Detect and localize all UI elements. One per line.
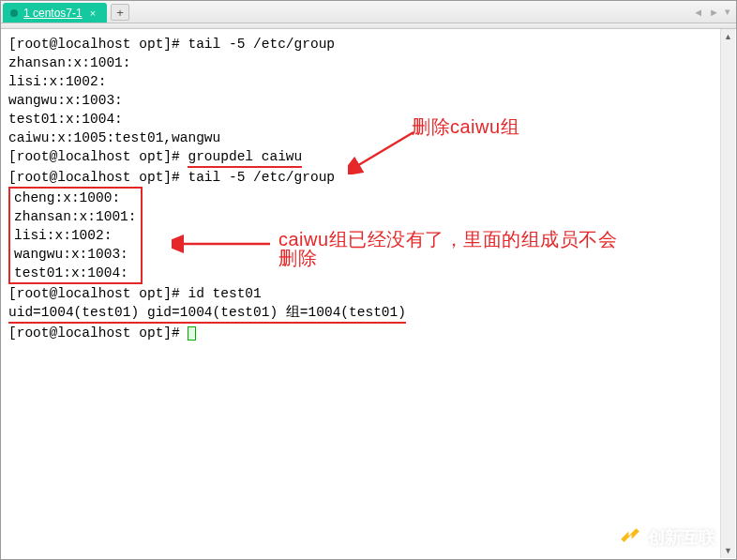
tab-label: 1 centos7-1 [23,7,83,20]
terminal-line: wangwu:x:1003: [8,91,729,110]
highlighted-command: groupdel caiwu [188,147,302,168]
add-tab-button[interactable]: + [111,4,129,21]
terminal-line: test01:x:1004: [14,264,137,282]
terminal-line: [root@localhost opt]# id test01 [8,284,729,303]
annotation-arrow-icon [172,232,275,256]
nav-menu-icon[interactable]: ▾ [723,4,732,20]
terminal-line: [root@localhost opt]# tail -5 /etc/group [8,35,729,53]
watermark: 创新互联 [618,525,715,550]
scroll-up-icon[interactable]: ▲ [721,29,735,44]
nav-left-icon[interactable]: ◄ [691,5,705,20]
watermark-logo-icon [618,525,642,550]
annotation-block: caiwu组已经没有了，里面的组成员不会 删除 [278,230,617,267]
tab-bar: 1 centos7-1 × + ◄ ► ▾ [1,1,736,23]
output-highlight-box: cheng:x:1000: zhansan:x:1001: lisi:x:100… [8,187,143,284]
tab-nav: ◄ ► ▾ [691,1,732,23]
terminal-line: zhansan:x:1001: [8,53,729,72]
terminal-line: lisi:x:1002: [8,72,729,91]
terminal-line: test01:x:1004: [8,110,729,129]
annotation-text: 删除 [278,249,617,267]
close-icon[interactable]: × [88,8,98,19]
terminal-prompt-line: [root@localhost opt]# [8,324,729,342]
annotation-text: caiwu组已经没有了，里面的组成员不会 [278,230,617,249]
terminal-line: [root@localhost opt]# tail -5 /etc/group [8,168,729,187]
terminal-line: [root@localhost opt]# groupdel caiwu [8,147,729,168]
watermark-text: 创新互联 [648,526,715,549]
terminal-line: zhansan:x:1001: [14,207,137,226]
cursor [188,326,196,341]
terminal-line: cheng:x:1000: [14,189,137,207]
vertical-scrollbar[interactable]: ▲ ▼ [720,29,735,558]
terminal-line: wangwu:x:1003: [14,245,137,264]
tab-centos7-1[interactable]: 1 centos7-1 × [3,3,107,23]
terminal-line: caiwu:x:1005:test01,wangwu [8,129,729,147]
scroll-down-icon[interactable]: ▼ [721,543,735,558]
terminal-line: lisi:x:1002: [14,226,137,245]
tab-status-dot [10,9,18,17]
prompt-text: [root@localhost opt]# [8,325,188,341]
highlighted-output: uid=1004(test01) gid=1004(test01) 组=1004… [8,303,406,324]
nav-right-icon[interactable]: ► [707,5,721,20]
terminal-line: uid=1004(test01) gid=1004(test01) 组=1004… [8,303,729,324]
plus-icon: + [116,6,124,20]
annotation-text: 删除caiwu组 [412,117,519,136]
terminal-area[interactable]: [root@localhost opt]# tail -5 /etc/group… [1,29,736,559]
